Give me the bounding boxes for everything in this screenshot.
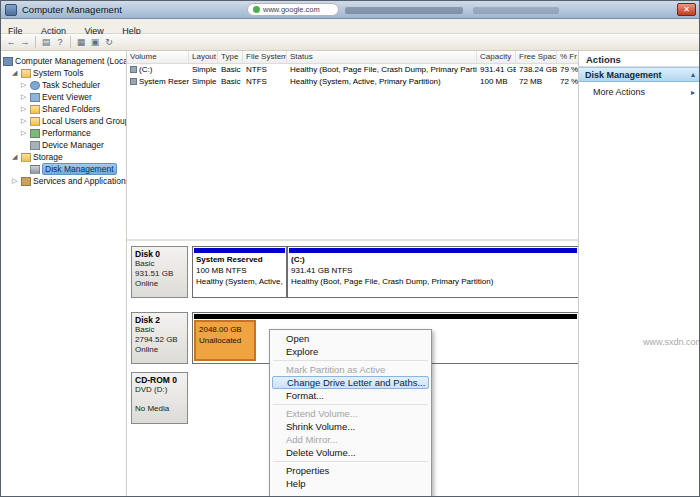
sidebar-item-performance[interactable]: ▷ Performance [1,127,127,139]
folder-icon [21,69,31,78]
disk-size: 931.51 GB [135,269,184,279]
column-header-status[interactable]: Status [287,51,477,63]
menu-separator [273,404,428,405]
sidebar-item-task-scheduler[interactable]: ▷ Task Scheduler [1,79,127,91]
primary-partition-strip [194,248,285,253]
sidebar-item-device-manager[interactable]: Device Manager [1,139,127,151]
cell-layout: Simple [189,76,218,88]
table-row[interactable]: (C:) Simple Basic NTFS Healthy (Boot, Pa… [127,64,579,76]
column-header-volume[interactable]: Volume [127,51,189,63]
expander-icon[interactable]: ▷ [21,129,28,137]
selected-unallocated-region[interactable]: 2048.00 GB Unallocated [194,320,256,361]
sidebar-item-label: Shared Folders [42,104,100,114]
cell-capacity: 100 MB [477,76,516,88]
sidebar-item-label: Task Scheduler [42,80,100,90]
sidebar-item-local-users-groups[interactable]: ▷ Local Users and Groups [1,115,127,127]
actions-item-label: Disk Management [585,70,691,80]
cell-capacity: 931.41 GB [477,64,516,76]
disk-type: Basic [135,259,184,269]
services-icon [21,177,31,186]
menu-item-help[interactable]: Help [272,477,429,490]
performance-icon [30,129,40,138]
menu-item-extend-volume: Extend Volume... [272,407,429,420]
expander-icon[interactable]: ◢ [12,153,19,161]
sidebar-item-computer-management[interactable]: Computer Management (Local [1,55,127,67]
menu-item-explore[interactable]: Explore [272,345,429,358]
menu-item-open[interactable]: Open [272,332,429,345]
menu-item-shrink-volume[interactable]: Shrink Volume... [272,420,429,433]
cdrom-header[interactable]: CD-ROM 0 DVD (D:) No Media [131,372,188,424]
menubar: File Action View Help [1,20,699,34]
menu-item-change-drive-letter[interactable]: Change Drive Letter and Paths... [272,376,429,389]
sidebar-item-label: Disk Management [42,163,117,175]
column-header-type[interactable]: Type [218,51,243,63]
menu-separator [273,461,428,462]
console-tree-icon[interactable]: ▤ [39,36,53,49]
menu-item-format[interactable]: Format... [272,389,429,402]
cell-status: Healthy (System, Active, Primary Partiti… [287,76,477,88]
column-header-percent-free[interactable]: % Fr [557,51,579,63]
menu-item-delete-volume[interactable]: Delete Volume... [272,446,429,459]
column-header-filesystem[interactable]: File System [243,51,287,63]
app-icon [5,4,17,16]
disk2-header[interactable]: Disk 2 Basic 2794.52 GB Online [131,312,188,364]
sidebar-item-disk-management[interactable]: Disk Management [1,163,127,175]
sidebar-item-event-viewer[interactable]: ▷ Event Viewer [1,91,127,103]
sidebar-item-label: Local Users and Groups [42,116,127,126]
sidebar-item-label: Device Manager [42,140,104,150]
expander-icon[interactable]: ▷ [12,177,19,185]
chevron-up-icon[interactable]: ▴ [691,70,695,79]
cell-volume: (C:) [127,64,189,76]
back-arrow-icon[interactable]: ← [4,36,18,49]
menu-item-properties[interactable]: Properties [272,464,429,477]
cell-freespace: 72 MB [516,76,557,88]
artifact-text [473,7,559,14]
disk0-header[interactable]: Disk 0 Basic 931.51 GB Online [131,246,188,298]
sidebar-item-shared-folders[interactable]: ▷ Shared Folders [1,103,127,115]
table-row[interactable]: System Reserved Simple Basic NTFS Health… [127,76,579,88]
computer-icon [3,57,13,66]
expander-icon[interactable]: ▷ [21,81,28,89]
disk-properties-icon[interactable]: ▣ [88,36,102,49]
menu-item-add-mirror: Add Mirror... [272,433,429,446]
context-menu: Open Explore Mark Partition as Active Ch… [269,329,432,497]
sidebar-item-label: Event Viewer [42,92,92,102]
expander-icon[interactable]: ◢ [12,69,19,77]
volume-icon [130,78,137,85]
refresh-icon[interactable]: ↻ [102,36,116,49]
actions-panel-title: Actions [586,54,621,65]
column-header-layout[interactable]: Layout [189,51,218,63]
expander-icon[interactable]: ▷ [21,117,28,125]
help-icon[interactable]: ? [53,36,67,49]
cell-filesystem: NTFS [243,64,287,76]
sidebar-item-label: Storage [33,152,63,162]
titlebar: Computer Management www.google.com ✕ [1,1,699,19]
expander-icon[interactable]: ▷ [21,93,28,101]
panes-icon[interactable]: ▦ [74,36,88,49]
forward-arrow-icon[interactable]: → [18,36,32,49]
device-manager-icon [30,141,40,150]
disk-status: Online [135,345,184,355]
partition-c-drive[interactable]: (C:) 931.41 GB NTFS Healthy (Boot, Page … [287,246,579,298]
disk-name: Disk 0 [135,249,184,259]
address-text: www.google.com [263,5,320,14]
actions-more-actions[interactable]: More Actions ▸ [579,85,700,99]
cell-type: Basic [218,64,243,76]
chevron-right-icon[interactable]: ▸ [691,88,695,97]
sidebar-item-storage[interactable]: ◢ Storage [1,151,127,163]
column-header-freespace[interactable]: Free Space [516,51,557,63]
menu-item-mark-partition-active: Mark Partition as Active [272,363,429,376]
partition-system-reserved[interactable]: System Reserved 100 MB NTFS Healthy (Sys… [192,246,287,298]
actions-panel: Actions Disk Management ▴ More Actions ▸ [579,51,700,497]
sidebar-item-system-tools[interactable]: ◢ System Tools [1,67,127,79]
close-button[interactable]: ✕ [677,3,696,16]
column-header-capacity[interactable]: Capacity [477,51,516,63]
sidebar-item-services-applications[interactable]: ▷ Services and Applications [1,175,127,187]
cell-filesystem: NTFS [243,76,287,88]
cell-volume: System Reserved [127,76,189,88]
disk-name: Disk 2 [135,315,184,325]
expander-icon[interactable]: ▷ [21,105,28,113]
actions-disk-management[interactable]: Disk Management ▴ [579,67,700,82]
cell-percent-free: 72 % [557,76,579,88]
console-tree-panel: Computer Management (Local ◢ System Tool… [1,51,127,497]
